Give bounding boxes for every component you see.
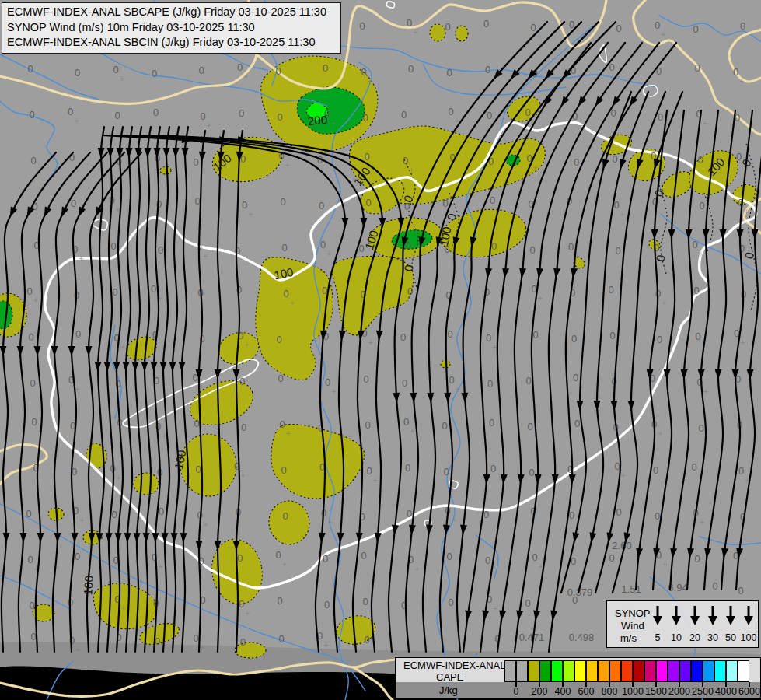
station-value: 0 bbox=[193, 156, 198, 168]
colorbar-cell bbox=[691, 660, 703, 682]
station-marker: + bbox=[745, 208, 749, 216]
station-value: 0 bbox=[655, 510, 660, 522]
cape-legend: ECMWF-INDEX-ANAL CAPE J/kg 0200400600800… bbox=[395, 657, 761, 698]
title-line-sbcape: ECMWF-INDEX-ANAL SBCAPE (J/kg) Friday 03… bbox=[7, 5, 340, 20]
station-value: 0 bbox=[449, 374, 454, 386]
station-value: 0 bbox=[608, 284, 613, 296]
station-marker: + bbox=[200, 643, 204, 652]
colorbar-cell bbox=[703, 660, 714, 682]
colorbar-cell bbox=[644, 660, 656, 682]
wind-legend: SYNOP Wind m/s 510203050100 bbox=[606, 600, 759, 648]
station-value: 0 bbox=[75, 67, 80, 79]
colorbar-cell bbox=[714, 660, 726, 682]
station-value: 0 bbox=[447, 328, 452, 340]
station-value: 0 bbox=[532, 551, 537, 563]
station-marker: + bbox=[703, 119, 707, 128]
station-value: 0 bbox=[275, 549, 281, 561]
station-marker: + bbox=[415, 565, 420, 573]
station-value: 0 bbox=[323, 553, 328, 565]
station-value: 0 bbox=[193, 632, 198, 644]
station-marker: + bbox=[372, 208, 377, 216]
station-value: 0 bbox=[112, 286, 117, 298]
station-value: 0 bbox=[324, 599, 330, 611]
station-value: 0 bbox=[31, 416, 37, 428]
station-value: 0 bbox=[693, 285, 699, 296]
station-value: 0 bbox=[194, 418, 199, 429]
station-value: 0 bbox=[400, 331, 406, 343]
station-value: 0 bbox=[194, 195, 200, 207]
station-marker: + bbox=[537, 33, 542, 41]
cape-area-olive bbox=[456, 26, 468, 41]
wind-speed-label: 5 bbox=[648, 632, 668, 643]
station-value: 0 bbox=[158, 244, 163, 256]
station-value: 0 bbox=[698, 422, 703, 434]
colorbar-cell bbox=[539, 660, 551, 682]
colorbar-tick-label: 800 bbox=[596, 686, 623, 697]
colorbar-cell bbox=[516, 660, 528, 682]
station-value: 0 bbox=[278, 373, 283, 384]
station-value: 0 bbox=[27, 554, 33, 565]
colorbar-cell bbox=[504, 660, 516, 682]
station-value-special: 0 bbox=[712, 580, 717, 592]
station-marker: + bbox=[699, 250, 703, 258]
station-value: 0 bbox=[446, 551, 452, 562]
station-marker: + bbox=[533, 163, 538, 172]
station-value: 0 bbox=[734, 327, 739, 339]
station-value: 0 bbox=[443, 466, 449, 478]
station-value: 0 bbox=[529, 244, 535, 256]
colorbar-cell bbox=[598, 660, 609, 682]
station-marker: + bbox=[328, 518, 333, 527]
cape-legend-units: J/kg bbox=[439, 684, 458, 696]
station-marker: + bbox=[162, 163, 166, 172]
station-value: 0 bbox=[527, 421, 532, 432]
station-value: 0 bbox=[200, 110, 205, 122]
station-value: 0 bbox=[365, 419, 370, 431]
station-value: 0 bbox=[569, 509, 574, 521]
station-value: 0 bbox=[616, 23, 621, 34]
colorbar-tick-label: 2000 bbox=[666, 686, 693, 697]
station-value: 0 bbox=[75, 551, 80, 562]
station-value: 0 bbox=[615, 245, 620, 257]
station-value: 0 bbox=[30, 631, 36, 642]
station-marker: + bbox=[203, 252, 208, 261]
station-value-special: 0 bbox=[738, 585, 743, 597]
station-value: 0 bbox=[30, 377, 35, 389]
station-value: 0 bbox=[240, 636, 246, 648]
station-marker: + bbox=[493, 343, 497, 352]
colorbar-cell bbox=[574, 660, 586, 682]
station-value: 0 bbox=[407, 285, 413, 297]
colorbar-cell bbox=[528, 660, 539, 682]
cape-area-olive bbox=[430, 24, 445, 41]
station-marker: + bbox=[332, 387, 337, 396]
station-value: 0 bbox=[195, 464, 201, 475]
station-value: 0 bbox=[364, 151, 369, 163]
station-value: 0 bbox=[408, 63, 414, 75]
station-value: 0 bbox=[699, 200, 704, 212]
station-value: 0 bbox=[532, 329, 538, 341]
station-value: 0 bbox=[153, 107, 159, 118]
station-value: 0 bbox=[609, 552, 614, 564]
cape-area-olive bbox=[134, 473, 159, 495]
colorbar-tick-label: 4000 bbox=[713, 686, 739, 697]
colorbar-tick-label: 400 bbox=[550, 686, 576, 697]
station-value: 0 bbox=[525, 597, 530, 609]
station-marker: + bbox=[33, 296, 38, 305]
station-value: 0 bbox=[29, 600, 34, 611]
station-value: 0 bbox=[483, 18, 489, 30]
station-marker: + bbox=[159, 562, 163, 571]
station-value: 0 bbox=[485, 64, 490, 75]
station-value: 0 bbox=[616, 506, 621, 518]
station-marker: + bbox=[494, 604, 498, 613]
station-value: 0 bbox=[483, 509, 489, 520]
station-marker: + bbox=[373, 476, 378, 485]
station-marker: + bbox=[79, 254, 84, 263]
station-value: 0 bbox=[405, 462, 410, 474]
station-value: 0 bbox=[325, 376, 330, 388]
station-value: 0 bbox=[28, 331, 33, 343]
station-value: 0 bbox=[359, 20, 365, 32]
wind-speed-label: 10 bbox=[666, 632, 686, 643]
colorbar-tick-label: 2500 bbox=[689, 686, 716, 697]
station-value: 0 bbox=[574, 418, 580, 429]
station-value: 0 bbox=[697, 154, 703, 166]
station-value: 0 bbox=[525, 375, 531, 387]
